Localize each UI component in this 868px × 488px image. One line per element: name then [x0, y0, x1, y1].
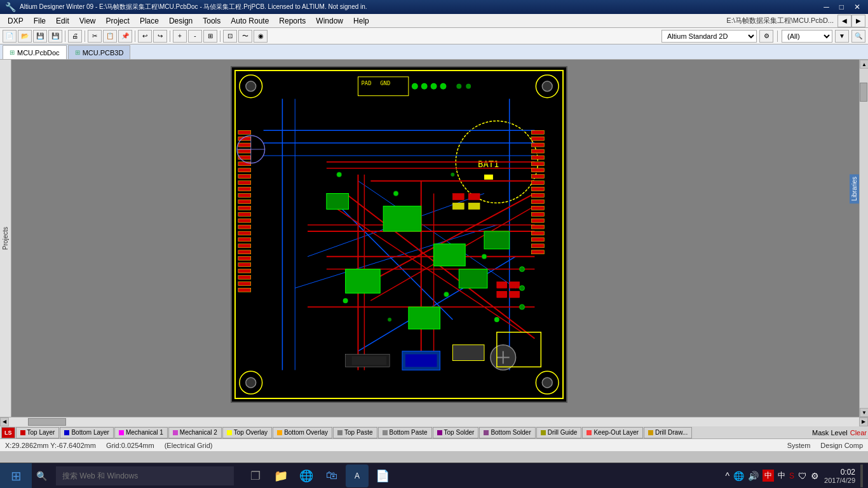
- scroll-h-thumb[interactable]: [28, 418, 66, 426]
- scroll-up-btn[interactable]: ▲: [860, 60, 868, 69]
- sep5: [220, 30, 220, 42]
- svg-rect-101: [238, 238, 251, 241]
- menu-project[interactable]: Project: [101, 15, 135, 27]
- tb-open[interactable]: 📂: [18, 30, 32, 43]
- menu-window[interactable]: Window: [311, 15, 348, 27]
- layer-color-drilldraw: [648, 430, 653, 435]
- scroll-left-btn[interactable]: ◀: [0, 417, 9, 426]
- layer-tab-botpaste[interactable]: Bottom Paste: [378, 427, 432, 438]
- titlebar-controls[interactable]: ─ □ ✕: [821, 3, 863, 11]
- layer-tab-toppaste[interactable]: Top Paste: [333, 427, 377, 438]
- tb-wire[interactable]: 〜: [238, 30, 252, 43]
- layer-color-topsolder: [437, 430, 442, 435]
- menu-autoroute[interactable]: Auto Route: [226, 15, 274, 27]
- tb-save[interactable]: 💾: [33, 30, 47, 43]
- tray-ime-en[interactable]: 中: [778, 470, 785, 481]
- maximize-button[interactable]: □: [837, 3, 846, 11]
- scroll-right-btn[interactable]: ▶: [859, 417, 868, 426]
- tb-paste[interactable]: 📌: [118, 30, 132, 43]
- tb-cut[interactable]: ✂: [88, 30, 102, 43]
- tb-settings[interactable]: ⚙: [759, 30, 773, 43]
- search-icon: 🔍: [36, 471, 47, 481]
- start-button[interactable]: ⊞: [0, 463, 32, 489]
- menu-help[interactable]: Help: [348, 15, 374, 27]
- tb-undo[interactable]: ↩: [138, 30, 152, 43]
- layer-tab-botsolder[interactable]: Bottom Solder: [479, 427, 535, 438]
- layer-tab-bottom[interactable]: Bottom Layer: [60, 427, 113, 438]
- layer-tab-mech2[interactable]: Mechanical 2: [168, 427, 222, 438]
- tb-print[interactable]: 🖨: [68, 30, 82, 43]
- vertical-scrollbar[interactable]: ▲ ▼: [859, 60, 868, 417]
- layer-tab-ls[interactable]: LS: [1, 427, 15, 438]
- menu-place[interactable]: Place: [135, 15, 164, 27]
- scroll-down-btn[interactable]: ▼: [860, 408, 868, 417]
- tb-zoom-out[interactable]: -: [188, 30, 202, 43]
- clear-button[interactable]: Clear: [850, 429, 867, 437]
- task-cortana[interactable]: 🔍: [32, 464, 51, 487]
- tb-new[interactable]: 📄: [3, 30, 17, 43]
- layer-tab-botoverlay[interactable]: Bottom Overlay: [273, 427, 332, 438]
- minimize-button[interactable]: ─: [821, 3, 832, 11]
- task-edge[interactable]: 🌐: [295, 464, 318, 487]
- svg-rect-79: [531, 225, 544, 229]
- tb-filter[interactable]: ▼: [835, 30, 849, 43]
- layer-tab-mech1[interactable]: Mechanical 1: [114, 427, 168, 438]
- tb-search[interactable]: 🔍: [851, 30, 865, 43]
- toolbar-forward[interactable]: ▶: [851, 15, 865, 27]
- tb-zoom-in[interactable]: +: [173, 30, 187, 43]
- tray-apps[interactable]: ⚙: [811, 471, 819, 481]
- taskbar: ⊞ 🔍 ❐ 📁 🌐 🛍 A 📄 ^ 🌐 🔊 中 中 S: [0, 463, 868, 488]
- menu-file[interactable]: File: [29, 15, 51, 27]
- tb-fit[interactable]: ⊞: [203, 30, 217, 43]
- layer-tab-drillguide[interactable]: Drill Guide: [536, 427, 582, 438]
- tb-copy[interactable]: 📋: [103, 30, 117, 43]
- clock[interactable]: 0:02 2017/4/29: [824, 468, 855, 484]
- tray-ime-zh[interactable]: 中: [763, 470, 774, 482]
- tab-pcb3d[interactable]: ⊞ MCU.PCB3D: [68, 45, 131, 59]
- layer-tab-keepout[interactable]: Keep-Out Layer: [582, 427, 643, 438]
- layer-tab-topoverlay[interactable]: Top Overlay: [222, 427, 272, 438]
- close-button[interactable]: ✕: [851, 3, 863, 11]
- svg-rect-81: [531, 238, 544, 241]
- menu-tools[interactable]: Tools: [198, 15, 226, 27]
- tb-redo[interactable]: ↪: [153, 30, 167, 43]
- svg-point-7: [542, 81, 552, 92]
- task-view-button[interactable]: ❐: [244, 464, 267, 487]
- projects-panel-tab[interactable]: Projects: [0, 60, 11, 417]
- layer-label-drilldraw: Drill Draw...: [655, 429, 688, 436]
- tray-sougou[interactable]: S: [789, 471, 794, 480]
- tray-volume[interactable]: 🔊: [748, 471, 759, 481]
- tray-network[interactable]: 🌐: [733, 471, 744, 481]
- layer-tab-drilldraw[interactable]: Drill Draw...: [644, 427, 692, 438]
- tab-pcbdoc[interactable]: ⊞ MCU.PcbDoc: [3, 45, 67, 59]
- menu-design[interactable]: Design: [164, 15, 198, 27]
- view-style-dropdown[interactable]: Altium Standard 2D: [661, 30, 757, 43]
- task-altium[interactable]: A: [346, 464, 369, 487]
- layer-tab-top[interactable]: Top Layer: [16, 427, 60, 438]
- svg-rect-70: [531, 168, 544, 172]
- task-file-explorer[interactable]: 📁: [269, 464, 292, 487]
- menu-edit[interactable]: Edit: [51, 15, 74, 27]
- taskbar-search[interactable]: [56, 466, 234, 485]
- svg-rect-87: [238, 149, 251, 153]
- toolbar-back[interactable]: ◀: [837, 15, 851, 27]
- svg-rect-82: [531, 244, 544, 248]
- menu-dxp[interactable]: DXP: [3, 15, 29, 27]
- filter-all-dropdown[interactable]: (All): [782, 30, 832, 43]
- layer-color-keepout: [587, 430, 592, 435]
- scroll-thumb[interactable]: [860, 83, 867, 102]
- menu-view[interactable]: View: [74, 15, 101, 27]
- task-store[interactable]: 🛍: [320, 464, 343, 487]
- tray-up-arrow[interactable]: ^: [725, 471, 729, 481]
- show-desktop-btn[interactable]: [860, 464, 863, 487]
- tb-select[interactable]: ⊡: [223, 30, 237, 43]
- libraries-panel-tab[interactable]: Libraries: [850, 174, 859, 203]
- layer-color-botoverlay: [277, 430, 282, 435]
- layer-tab-topsolder[interactable]: Top Solder: [433, 427, 479, 438]
- task-document[interactable]: 📄: [371, 464, 394, 487]
- tb-place[interactable]: ◉: [254, 30, 268, 43]
- tray-defender[interactable]: 🛡: [798, 471, 807, 481]
- tb-save-all[interactable]: 💾: [48, 30, 62, 43]
- menu-reports[interactable]: Reports: [274, 15, 311, 27]
- document-icon: 📄: [376, 469, 390, 483]
